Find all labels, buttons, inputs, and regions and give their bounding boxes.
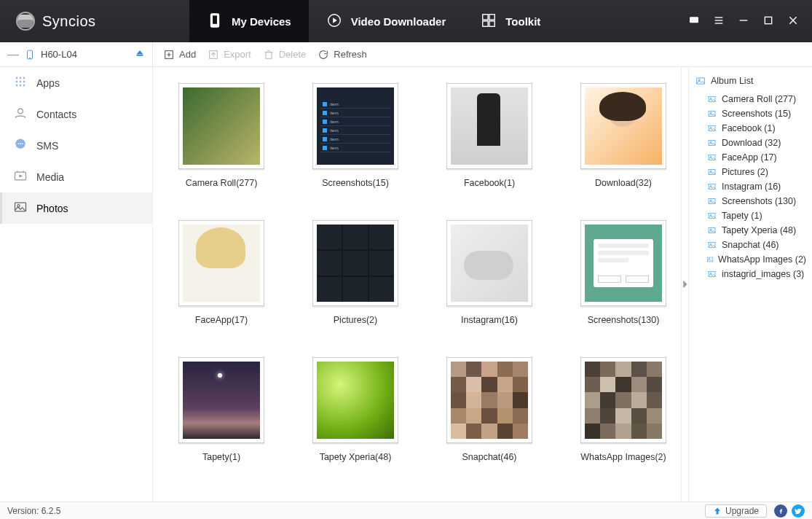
album-item[interactable]: WhatsApp Images(2) <box>565 357 681 462</box>
svg-marker-43 <box>19 174 23 177</box>
sidebar-label: Media <box>36 171 64 183</box>
album-item[interactable]: Pictures(2) <box>297 220 414 325</box>
svg-rect-19 <box>137 55 143 55</box>
phone-icon <box>207 12 223 31</box>
minimize-icon[interactable] <box>738 15 749 28</box>
refresh-button[interactable]: Refresh <box>318 49 367 61</box>
albumlist-item[interactable]: Instagram (16) <box>693 179 808 194</box>
albumlist-item[interactable]: Screenshots (15) <box>693 106 808 121</box>
svg-marker-77 <box>714 507 720 514</box>
svg-marker-48 <box>683 281 687 288</box>
svg-point-36 <box>23 85 25 87</box>
albumlist-label: Screenshots (15) <box>722 109 791 119</box>
album-thumbnail <box>446 220 532 306</box>
picture-icon <box>706 168 717 176</box>
albumlist-item[interactable]: Tapety Xperia (48) <box>693 223 808 238</box>
feedback-icon[interactable] <box>688 15 700 28</box>
album-item[interactable]: Instagram(16) <box>431 220 548 325</box>
album-item[interactable]: itemitemitemitemitemitemScreenshots(15) <box>297 83 414 188</box>
sidebar-item-photos[interactable]: Photos <box>0 192 152 224</box>
album-item[interactable]: Snapchat(46) <box>431 357 548 462</box>
add-button[interactable]: Add <box>163 49 196 61</box>
svg-rect-59 <box>709 155 715 160</box>
svg-point-28 <box>16 77 18 79</box>
albumlist-label: Snapchat (46) <box>722 240 779 250</box>
albumlist-label: FaceApp (17) <box>722 152 777 163</box>
picture-icon <box>706 197 717 206</box>
sidebar-label: Apps <box>36 77 60 89</box>
sidebar-item-apps[interactable]: Apps <box>0 67 152 98</box>
album-thumbnail <box>446 83 532 169</box>
album-item[interactable]: Facebook(1) <box>431 83 548 188</box>
upgrade-button[interactable]: Upgrade <box>705 504 767 518</box>
sidebar-item-contacts[interactable]: Contacts <box>0 98 152 130</box>
status-bar: Version: 6.2.5 Upgrade <box>0 502 812 519</box>
album-thumbnail <box>178 357 264 443</box>
toolbar: — H60-L04 Add Export Delete Refresh <box>0 42 812 67</box>
svg-rect-63 <box>709 184 715 190</box>
albumlist-item[interactable]: FaceApp (17) <box>693 150 808 165</box>
album-item[interactable]: Tapety(1) <box>163 357 280 462</box>
svg-rect-49 <box>697 78 705 84</box>
tab-my-devices[interactable]: My Devices <box>189 0 309 42</box>
gallery[interactable]: Camera Roll(277)itemitemitemitemitemitem… <box>153 67 681 502</box>
album-item[interactable]: Tapety Xperia(48) <box>297 357 414 462</box>
tab-video-downloader[interactable]: Video Downloader <box>309 0 464 42</box>
albumlist-item[interactable]: Pictures (2) <box>693 165 808 179</box>
albumlist-item[interactable]: Download (32) <box>693 136 808 150</box>
album-item[interactable]: Download(32) <box>565 83 681 188</box>
export-icon <box>208 49 219 61</box>
albumlist-item[interactable]: Snapchat (46) <box>693 238 808 252</box>
albumlist-item[interactable]: Facebook (1) <box>693 121 808 136</box>
device-selector[interactable]: — H60-L04 <box>0 42 153 66</box>
picture-icon <box>706 255 714 264</box>
album-thumbnail: itemitemitemitemitemitem <box>312 83 398 169</box>
menu-icon[interactable] <box>713 15 725 28</box>
albumlist-item[interactable]: instagrid_images (3) <box>693 267 808 281</box>
svg-point-41 <box>22 143 23 144</box>
sidebar: Apps Contacts SMS Media Photos <box>0 67 153 502</box>
delete-button[interactable]: Delete <box>263 49 307 61</box>
eject-icon[interactable] <box>135 48 145 61</box>
albumlist-item[interactable]: WhatsApp Images (2) <box>693 252 808 267</box>
logo-area: Syncios <box>0 0 189 42</box>
album-thumbnail <box>580 357 666 443</box>
albumlist-label: Tapety (1) <box>722 211 762 221</box>
export-button[interactable]: Export <box>208 49 251 61</box>
sidebar-item-media[interactable]: Media <box>0 161 152 192</box>
album-item[interactable]: Camera Roll(277) <box>163 83 280 188</box>
twitter-icon[interactable] <box>792 504 805 518</box>
album-item[interactable]: FaceApp(17) <box>163 220 280 325</box>
grid-icon <box>13 74 28 91</box>
albumlist-item[interactable]: Tapety (1) <box>693 208 808 223</box>
album-caption: Tapety Xperia(48) <box>297 452 414 462</box>
tab-toolkit[interactable]: Toolkit <box>463 0 558 42</box>
trash-icon <box>263 49 275 61</box>
album-caption: Download(32) <box>565 178 681 188</box>
tab-label: Toolkit <box>505 15 540 28</box>
picture-icon <box>706 270 717 278</box>
albumlist-label: Facebook (1) <box>722 123 776 133</box>
panel-collapse-handle[interactable] <box>681 67 688 502</box>
albumlist-item[interactable]: Camera Roll (277) <box>693 92 808 106</box>
svg-marker-3 <box>333 17 337 23</box>
window-controls <box>675 0 812 42</box>
maximize-icon[interactable] <box>762 15 774 28</box>
albumlist-label: Camera Roll (277) <box>722 94 796 104</box>
album-caption: Pictures(2) <box>297 315 414 325</box>
svg-rect-53 <box>709 112 715 117</box>
svg-point-31 <box>16 81 18 83</box>
svg-point-34 <box>16 85 18 87</box>
album-thumbnail <box>178 220 264 306</box>
close-icon[interactable] <box>787 15 799 28</box>
albumlist-item[interactable]: Screenshots (130) <box>693 194 808 208</box>
album-item[interactable]: Screenshots(130) <box>565 220 681 325</box>
sidebar-item-sms[interactable]: SMS <box>0 130 152 161</box>
device-name: H60-L04 <box>41 49 77 60</box>
facebook-icon[interactable] <box>774 504 787 518</box>
album-caption: Facebook(1) <box>431 178 548 188</box>
svg-rect-61 <box>709 170 715 175</box>
album-caption: Screenshots(130) <box>565 315 681 325</box>
svg-point-37 <box>18 109 23 114</box>
sidebar-label: Contacts <box>36 109 76 120</box>
